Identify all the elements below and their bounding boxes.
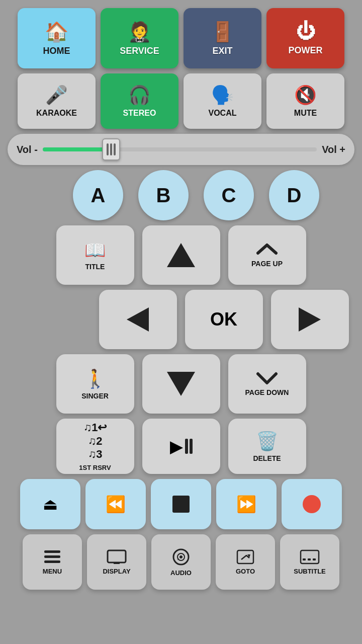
display-icon xyxy=(107,549,127,565)
singer-button[interactable]: 🚶 SINGER xyxy=(56,354,134,414)
page-down-button[interactable]: PAGE DOWN xyxy=(228,354,306,414)
home-button[interactable]: 🏠 HOME xyxy=(18,8,96,68)
down-arrow-icon xyxy=(167,372,195,396)
svg-rect-2 xyxy=(44,560,60,563)
rsrv-icon: ♫1↩♫2♫3 xyxy=(83,421,107,461)
title-button[interactable]: 📖 TITLE xyxy=(56,225,134,285)
menu-icon xyxy=(43,549,61,565)
down-arrow-button[interactable] xyxy=(142,354,220,414)
stereo-button[interactable]: 🎧 STEREO xyxy=(101,73,178,129)
service-icon: 🤵 xyxy=(128,21,151,43)
page-down-icon xyxy=(256,372,278,386)
left-arrow-button[interactable] xyxy=(99,290,177,349)
home-icon: 🏠 xyxy=(45,21,68,43)
record-icon xyxy=(303,495,321,513)
power-button[interactable]: ⏻ POWER xyxy=(266,8,344,68)
page-up-icon xyxy=(256,243,278,257)
audio-button[interactable]: ♪ AUDIO xyxy=(151,534,211,590)
exit-icon: 🚪 xyxy=(211,21,234,43)
button-c[interactable]: C xyxy=(204,170,254,220)
mute-button[interactable]: 🔇 MUTE xyxy=(266,73,344,129)
button-a[interactable]: A xyxy=(73,170,123,220)
right-arrow-icon xyxy=(299,307,321,332)
mute-icon: 🔇 xyxy=(294,85,317,106)
eject-icon: ⏏ xyxy=(43,495,58,514)
up-arrow-icon xyxy=(167,243,195,267)
menu-button[interactable]: MENU xyxy=(23,534,82,590)
volume-control[interactable]: Vol - Vol + xyxy=(8,134,354,165)
svg-rect-4 xyxy=(114,562,120,564)
goto-icon xyxy=(236,549,254,565)
play-pause-button[interactable]: ▶ xyxy=(142,419,220,474)
page-up-button[interactable]: PAGE UP xyxy=(228,225,306,285)
vol-minus-label: Vol - xyxy=(17,144,38,155)
svg-rect-13 xyxy=(308,558,311,560)
fast-forward-icon: ⏩ xyxy=(236,495,256,514)
subtitle-icon xyxy=(300,549,320,565)
play-pause-icon: ▶ xyxy=(170,436,183,456)
svg-text:♪: ♪ xyxy=(177,556,179,561)
subtitle-button[interactable]: SUBTITLE xyxy=(280,534,339,590)
button-d[interactable]: D xyxy=(269,170,319,220)
karaoke-button[interactable]: 🎤 KARAOKE xyxy=(18,73,96,129)
power-icon: ⏻ xyxy=(296,21,315,42)
title-icon: 📖 xyxy=(84,240,106,260)
svg-rect-3 xyxy=(108,550,126,562)
goto-button[interactable]: GOTO xyxy=(216,534,275,590)
svg-rect-12 xyxy=(303,558,306,560)
stop-button[interactable] xyxy=(151,479,211,529)
right-arrow-button[interactable] xyxy=(271,290,349,349)
volume-fill xyxy=(43,147,111,151)
record-button[interactable] xyxy=(282,479,342,529)
singer-icon: 🚶 xyxy=(84,368,107,389)
svg-rect-0 xyxy=(44,550,60,553)
exit-button[interactable]: 🚪 EXIT xyxy=(184,8,261,68)
left-arrow-icon xyxy=(127,307,149,332)
eject-button[interactable]: ⏏ xyxy=(20,479,80,529)
rewind-icon: ⏪ xyxy=(106,495,126,514)
ok-button[interactable]: OK xyxy=(185,290,263,349)
volume-thumb[interactable] xyxy=(102,138,120,160)
vocal-button[interactable]: 🗣️ VOCAL xyxy=(184,73,261,129)
fast-forward-button[interactable]: ⏩ xyxy=(216,479,277,529)
stereo-icon: 🎧 xyxy=(128,85,151,106)
first-rsrv-button[interactable]: ♫1↩♫2♫3 1ST RSRV xyxy=(56,419,134,474)
svg-rect-1 xyxy=(44,555,60,558)
rewind-button[interactable]: ⏪ xyxy=(85,479,146,529)
audio-icon: ♪ xyxy=(172,548,190,566)
svg-rect-14 xyxy=(313,558,316,560)
vol-plus-label: Vol + xyxy=(322,144,345,155)
pause-sep-icon xyxy=(185,439,193,454)
button-b[interactable]: B xyxy=(138,170,189,220)
delete-icon: 🗑️ xyxy=(256,431,279,452)
svg-rect-11 xyxy=(301,550,319,564)
vocal-icon: 🗣️ xyxy=(211,85,234,106)
karaoke-icon: 🎤 xyxy=(45,85,68,106)
svg-point-7 xyxy=(179,555,183,558)
service-button[interactable]: 🤵 SERVICE xyxy=(101,8,178,68)
volume-track[interactable] xyxy=(43,147,317,151)
display-button[interactable]: DISPLAY xyxy=(87,534,146,590)
up-arrow-button[interactable] xyxy=(142,225,220,285)
delete-button[interactable]: 🗑️ DELETE xyxy=(228,419,306,474)
stop-icon xyxy=(172,496,190,513)
